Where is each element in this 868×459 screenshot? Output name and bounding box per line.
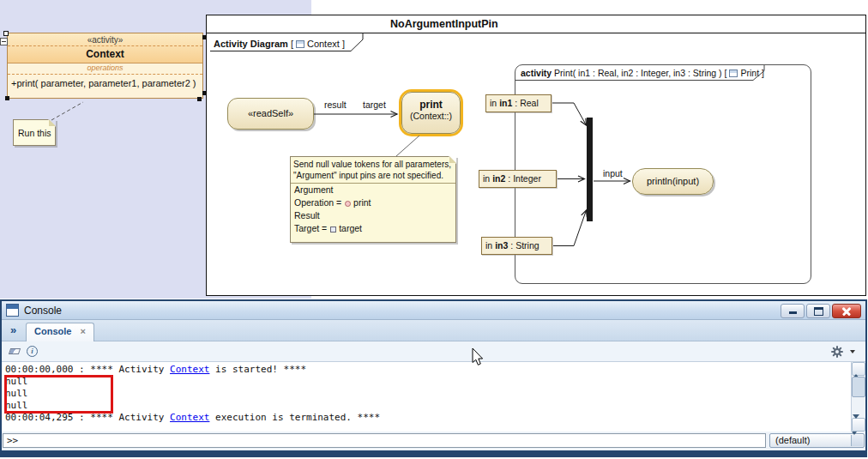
- maximize-button[interactable]: [806, 304, 830, 318]
- input-pin-in3[interactable]: inin3: String: [481, 237, 552, 255]
- class-header: «activity» Context: [8, 33, 202, 63]
- pin-name: in1: [499, 98, 512, 108]
- run-note-text: Run this: [14, 120, 55, 138]
- operation-value: print: [353, 197, 371, 208]
- bracket-open: [: [725, 68, 727, 78]
- note-row-result: Result: [291, 209, 455, 222]
- bracket-close: ]: [762, 68, 764, 78]
- scroll-up-button[interactable]: [852, 362, 865, 376]
- info-icon[interactable]: [27, 346, 38, 357]
- print-action[interactable]: print (Context::): [401, 92, 461, 134]
- console-window-icon: [6, 304, 19, 317]
- null-output-highlight: [4, 375, 113, 414]
- log-text: is started! ****: [209, 364, 306, 375]
- note-row-target: Target = target: [291, 222, 455, 235]
- pin-type: : Real: [515, 98, 538, 108]
- console-output[interactable]: 00:00:00,000 : **** Activity Context is …: [2, 362, 865, 432]
- class-operation[interactable]: +print( parameter, parameter1, parameter…: [8, 75, 202, 88]
- diagram-window-title: NoArgumentInputPin: [390, 18, 498, 30]
- join-node-bar[interactable]: [587, 118, 593, 221]
- diagram-type-label: Activity Diagram: [214, 39, 288, 49]
- print-action-name: print: [402, 93, 460, 111]
- pin-direction: in: [490, 98, 497, 108]
- console-prompt-row: >> (default): [2, 432, 865, 450]
- frame-signature: Print( in1 : Real, in2 : Integer, in3 : …: [554, 68, 722, 78]
- arrow-down-icon: [852, 432, 857, 445]
- bracket-close: ]: [342, 39, 345, 49]
- diagram-icon: [729, 69, 738, 77]
- diagram-name-tab[interactable]: Activity Diagram [Context ]: [214, 36, 345, 52]
- readself-label: «readSelf»: [248, 108, 293, 118]
- minimize-icon: [789, 311, 797, 314]
- console-line-null: null: [5, 400, 862, 412]
- selection-handle[interactable]: [3, 31, 9, 36]
- console-titlebar[interactable]: Console: [2, 301, 865, 320]
- diagram-icon: [296, 40, 304, 48]
- log-text: 00:00:00,000 : **** Activity: [5, 364, 170, 375]
- target-label: Target =: [294, 223, 329, 233]
- scroll-down-button[interactable]: [852, 418, 865, 432]
- note-header-text: Send null value tokens for all parameter…: [291, 157, 455, 184]
- pin-type: : String: [510, 240, 539, 251]
- class-stereotype: «activity»: [8, 33, 202, 46]
- result-flow-label: result: [324, 100, 347, 110]
- gear-hub: [834, 348, 841, 355]
- input-pin-in2[interactable]: inin2: Integer: [479, 170, 557, 188]
- pin-direction: in: [485, 240, 492, 251]
- minimize-button[interactable]: [781, 304, 805, 318]
- context-class[interactable]: «activity» Context operations +print( pa…: [7, 33, 203, 99]
- context-link[interactable]: Context: [170, 412, 209, 423]
- console-output-text: 00:00:00,000 : **** Activity Context is …: [2, 362, 865, 426]
- console-line-null: null: [5, 388, 862, 400]
- target-value: target: [339, 223, 362, 233]
- operation-icon: [345, 201, 351, 207]
- specification-note[interactable]: Send null value tokens for all parameter…: [290, 156, 456, 243]
- tab-console[interactable]: Console ×: [26, 323, 94, 341]
- log-text: execution is terminated. ****: [209, 412, 380, 423]
- input-flow-label: input: [603, 168, 623, 178]
- console-line-null: null: [5, 376, 862, 388]
- scrollbar-thumb[interactable]: [852, 377, 865, 397]
- clear-console-icon[interactable]: [9, 348, 21, 354]
- dropdown-button[interactable]: [851, 435, 863, 446]
- selection-handle[interactable]: [5, 96, 9, 100]
- console-tab-strip: » Console ×: [2, 320, 865, 341]
- operations-compartment-label: operations: [8, 63, 202, 75]
- selection-handle[interactable]: [197, 97, 202, 101]
- gear-dropdown-icon[interactable]: [850, 350, 855, 353]
- run-this-note[interactable]: Run this: [13, 119, 56, 146]
- selection-handle[interactable]: [202, 91, 207, 95]
- console-line-terminated: 00:00:04,295 : **** Activity Context exe…: [5, 412, 862, 424]
- input-pin-in1[interactable]: inin1: Real: [485, 94, 552, 112]
- maximize-icon: [814, 307, 823, 316]
- gear-icon[interactable]: [831, 346, 843, 358]
- tab-close-icon[interactable]: ×: [80, 326, 85, 336]
- console-window: Console » Console ×: [0, 299, 867, 457]
- mode-dropdown-value: (default): [775, 435, 810, 445]
- pin-direction: in: [483, 173, 490, 184]
- pin-type: : Integer: [508, 173, 541, 184]
- bracket-open: [: [291, 39, 293, 49]
- context-link[interactable]: Context: [170, 364, 209, 375]
- selection-handle[interactable]: [202, 35, 207, 39]
- diagram-window-titlebar[interactable]: NoArgumentInputPin: [207, 15, 865, 33]
- close-button[interactable]: [832, 304, 861, 318]
- mode-dropdown[interactable]: (default): [769, 433, 865, 448]
- console-prompt-input[interactable]: >>: [3, 433, 766, 448]
- pin-name: in3: [495, 240, 508, 251]
- collapse-compartment-button[interactable]: [0, 38, 8, 45]
- activity-frame[interactable]: [515, 64, 811, 284]
- frame-diagram-ref[interactable]: Print: [740, 68, 759, 78]
- pin-name: in2: [492, 173, 505, 184]
- console-line-started: 00:00:00,000 : **** Activity Context is …: [5, 364, 862, 376]
- pin-icon: [330, 226, 336, 233]
- target-flow-label: target: [363, 100, 386, 110]
- tab-console-label: Console: [34, 326, 71, 336]
- chevron-icon[interactable]: »: [10, 323, 16, 336]
- note-row-argument: Argument: [291, 184, 455, 196]
- readself-action[interactable]: «readSelf»: [227, 98, 314, 130]
- console-toolbar: [2, 341, 865, 362]
- vertical-scrollbar[interactable]: [851, 362, 865, 432]
- arrow-down-icon: [853, 414, 859, 430]
- window-controls: [779, 304, 861, 318]
